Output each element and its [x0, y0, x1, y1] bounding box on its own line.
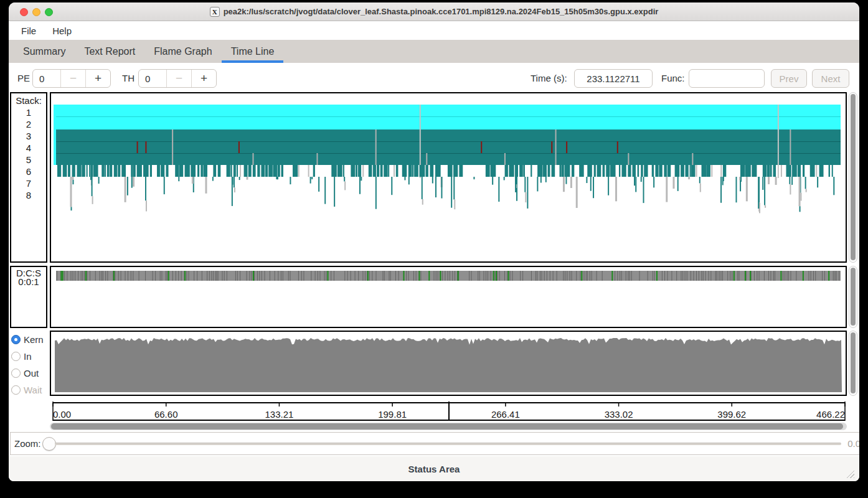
svg-text:133.21: 133.21 [265, 409, 293, 420]
stack-level-5: 5 [11, 154, 46, 166]
in-radio-label: In [24, 351, 32, 362]
app-window: X pea2k:/lus/scratch/jvogt/data/clover_l… [9, 2, 859, 481]
pe-increment-button[interactable]: + [85, 70, 110, 87]
tab-flame-graph[interactable]: Flame Graph [144, 40, 221, 63]
svg-text:266.41: 266.41 [491, 409, 520, 420]
maximize-button[interactable] [45, 8, 53, 16]
out-radio-icon[interactable] [11, 369, 21, 378]
pe-spinner: 0 − + [32, 69, 111, 88]
kern-radio-icon[interactable] [11, 335, 21, 344]
svg-text:199.81: 199.81 [378, 409, 407, 420]
horizontal-scrollbar[interactable] [50, 423, 847, 430]
svg-text:399.62: 399.62 [717, 409, 746, 420]
out-radio-label: Out [24, 368, 39, 378]
th-label: TH [122, 73, 134, 83]
stack-timeline-chart[interactable] [50, 92, 847, 263]
zoom-slider-handle[interactable] [42, 437, 56, 451]
pe-decrement-button[interactable]: − [60, 70, 85, 87]
status-area: Status Area [9, 456, 859, 481]
in-radio-icon[interactable] [11, 352, 21, 361]
title-wrap: X pea2k:/lus/scratch/jvogt/data/clover_l… [9, 7, 859, 17]
stack-level-8: 8 [11, 189, 46, 201]
zoom-label: Zoom: [14, 438, 41, 449]
prev-button[interactable]: Prev [771, 69, 807, 88]
window-title: pea2k:/lus/scratch/jvogt/data/clover_lea… [224, 7, 659, 16]
svg-text:333.02: 333.02 [605, 409, 633, 420]
zoom-slider-track[interactable] [55, 443, 842, 445]
pe-value[interactable]: 0 [33, 70, 60, 87]
svg-text:466.22: 466.22 [816, 409, 845, 420]
minimize-button[interactable] [32, 8, 40, 16]
x11-app-icon: X [210, 7, 220, 17]
dcs-timeline-svg [51, 267, 846, 327]
wait-radio-label: Wait [24, 385, 42, 395]
th-value[interactable]: 0 [139, 70, 166, 87]
func-input[interactable] [689, 69, 765, 88]
stack-level-7: 7 [11, 177, 46, 189]
stack-level-labels: Stack: 1 2 3 4 5 6 7 8 [10, 92, 47, 263]
titlebar[interactable]: X pea2k:/lus/scratch/jvogt/data/clover_l… [9, 2, 859, 21]
stack-level-2: 2 [11, 118, 46, 130]
time-input[interactable] [574, 69, 653, 88]
kern-radio-label: Kern [24, 334, 44, 345]
next-button[interactable]: Next [812, 69, 849, 88]
radio-wait[interactable]: Wait [11, 383, 50, 397]
stack-timeline-svg [51, 93, 846, 261]
kern-vertical-scrollbar[interactable] [849, 331, 857, 396]
stack-scrollbar-thumb[interactable] [851, 94, 856, 260]
stack-vertical-scrollbar[interactable] [849, 92, 857, 263]
tab-time-line[interactable]: Time Line [222, 40, 284, 63]
counter-radio-group: Kern In Out Wait [11, 333, 50, 400]
close-button[interactable] [20, 8, 28, 16]
controls-row: PE 0 − + TH 0 − + Time (s): Func: Prev N… [9, 65, 859, 92]
kern-timeline-chart[interactable] [50, 331, 847, 396]
dcs-vertical-scrollbar[interactable] [849, 266, 857, 328]
radio-out[interactable]: Out [11, 367, 50, 380]
dcs-value: 0:0:1 [11, 278, 46, 286]
horizontal-scrollbar-thumb[interactable] [51, 423, 843, 430]
time-label: Time (s): [531, 73, 567, 83]
time-axis[interactable]: 0.0066.60133.21199.81266.41333.02399.624… [50, 402, 847, 421]
radio-kern[interactable]: Kern [11, 333, 50, 346]
tab-summary[interactable]: Summary [14, 40, 75, 63]
window-controls [20, 2, 53, 21]
stack-level-4: 4 [11, 142, 46, 154]
tabbar: Summary Text Report Flame Graph Time Lin… [9, 40, 859, 63]
menu-help[interactable]: Help [52, 26, 72, 36]
menu-file[interactable]: File [21, 26, 36, 36]
dcs-label-box: D:C:S 0:0:1 [10, 266, 47, 328]
kern-scrollbar-thumb[interactable] [851, 332, 856, 393]
tab-text-report[interactable]: Text Report [75, 40, 144, 63]
pe-label: PE [17, 73, 30, 83]
stack-level-6: 6 [11, 166, 46, 177]
stack-header: Stack: [11, 95, 46, 106]
radio-in[interactable]: In [11, 350, 50, 363]
th-increment-button[interactable]: + [191, 70, 216, 87]
th-spinner: 0 − + [138, 69, 217, 88]
svg-text:66.60: 66.60 [154, 409, 178, 420]
menubar: File Help [9, 22, 859, 40]
zoom-value: 0.0 [847, 438, 859, 449]
time-axis-svg: 0.0066.60133.21199.81266.41333.02399.624… [50, 402, 847, 421]
dcs-scrollbar-thumb[interactable] [851, 268, 856, 326]
zoom-control-row: Zoom: 0.0 [10, 432, 859, 455]
stack-level-1: 1 [11, 106, 46, 118]
svg-text:0.00: 0.00 [53, 409, 71, 420]
kern-timeline-svg [51, 332, 846, 395]
stack-level-3: 3 [11, 130, 46, 142]
wait-radio-icon[interactable] [11, 385, 21, 395]
th-decrement-button[interactable]: − [166, 70, 191, 87]
status-text: Status Area [408, 464, 460, 474]
resize-grip-icon[interactable] [844, 467, 854, 478]
func-label: Func: [661, 73, 685, 83]
dcs-timeline-chart[interactable] [50, 266, 847, 328]
